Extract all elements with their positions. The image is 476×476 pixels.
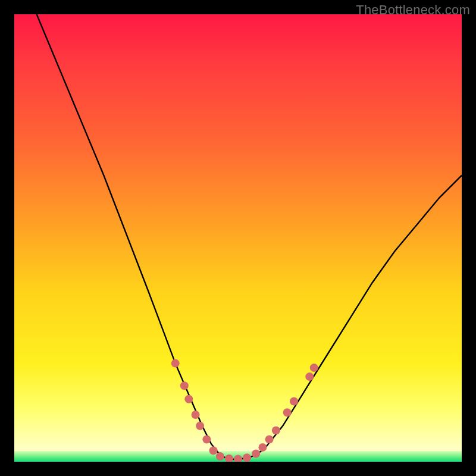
marker-dot	[196, 422, 204, 430]
marker-dot	[252, 450, 260, 458]
bottleneck-curve	[14, 14, 462, 462]
marker-dot	[258, 443, 267, 452]
marker-dot	[184, 395, 193, 403]
marker-dot	[202, 435, 211, 443]
chart-frame: TheBottleneck.com	[0, 0, 476, 476]
marker-dot	[290, 397, 298, 406]
marker-dot	[180, 381, 189, 390]
marker-dot	[305, 372, 314, 381]
marker-dot	[192, 411, 200, 419]
watermark-text: TheBottleneck.com	[356, 2, 470, 18]
marker-dot	[171, 359, 180, 368]
marker-dot	[272, 426, 280, 434]
plot-area	[14, 14, 462, 462]
marker-dot	[310, 364, 318, 372]
marker-dot	[234, 455, 242, 462]
marker-dot	[225, 455, 233, 462]
marker-dot	[216, 452, 224, 461]
marker-group	[171, 359, 318, 462]
marker-dot	[283, 408, 292, 416]
marker-dot	[209, 446, 218, 455]
marker-dot	[265, 435, 274, 443]
marker-dot	[243, 453, 251, 462]
curve-path	[37, 14, 462, 459]
